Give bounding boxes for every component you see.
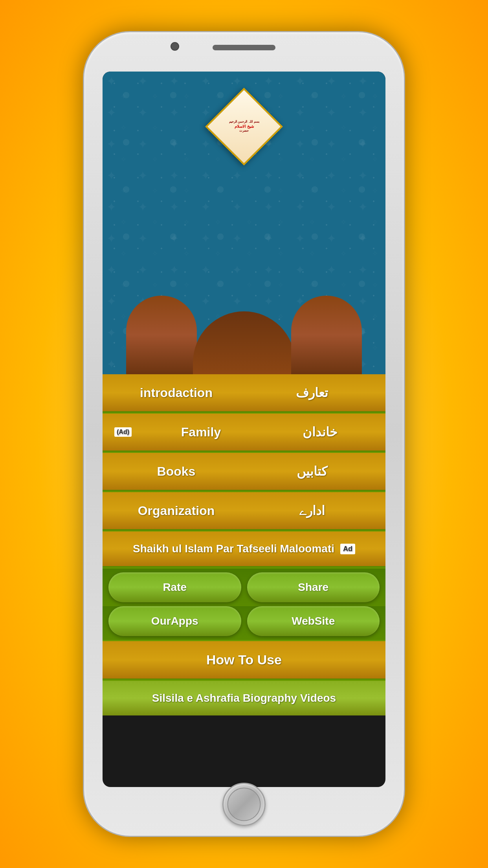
org-urdu: ادارے bbox=[250, 503, 374, 518]
ad-badge-1: (Ad) bbox=[114, 427, 132, 437]
family-urdu: خاندان bbox=[266, 425, 374, 440]
speaker bbox=[213, 45, 275, 50]
organization-button[interactable]: Organization ادارے bbox=[103, 491, 385, 531]
books-button[interactable]: Books کتابیں bbox=[103, 452, 385, 491]
logo-diamond: بسم اللہ الرحمن الرحیم شیخ الاسلام حضرت bbox=[205, 88, 283, 166]
how-to-use-button[interactable]: How To Use bbox=[103, 640, 385, 680]
logo-container: بسم اللہ الرحمن الرحیم شیخ الاسلام حضرت bbox=[213, 95, 275, 158]
books-urdu: کتابیں bbox=[250, 464, 374, 479]
detail-button[interactable]: Shaikh ul Islam Par Tafseeli Maloomati A… bbox=[103, 531, 385, 568]
ourapps-button[interactable]: OurApps bbox=[108, 606, 241, 636]
org-english: Organization bbox=[114, 504, 238, 518]
home-button-inner bbox=[227, 788, 261, 821]
app-background: ✦ ✧ بسم اللہ الرحمن الرحیم bbox=[103, 72, 385, 374]
intro-urdu: تعارف bbox=[250, 385, 374, 400]
ad-badge-2: Ad bbox=[340, 544, 355, 554]
detail-text: Shaikh ul Islam Par Tafseeli Maloomati bbox=[133, 542, 334, 555]
arch-decoration bbox=[118, 296, 370, 374]
intro-english: introdaction bbox=[114, 386, 238, 400]
family-button[interactable]: (Ad) Family خاندان bbox=[103, 413, 385, 452]
family-english: Family bbox=[147, 425, 255, 440]
share-button[interactable]: Share bbox=[247, 572, 380, 602]
screen: ✦ ✧ بسم اللہ الرحمن الرحیم bbox=[103, 72, 385, 787]
books-english: Books bbox=[114, 464, 238, 479]
silsila-button[interactable]: Silsila e Ashrafia Biography Videos bbox=[103, 680, 385, 715]
rate-button[interactable]: Rate bbox=[108, 572, 241, 602]
home-button[interactable] bbox=[222, 783, 266, 826]
menu-section: introdaction تعارف (Ad) Family خاندان Bo… bbox=[103, 374, 385, 715]
introduction-button[interactable]: introdaction تعارف bbox=[103, 374, 385, 413]
website-button[interactable]: WebSite bbox=[247, 606, 380, 636]
pill-row-2: OurApps WebSite bbox=[103, 606, 385, 640]
phone-body: ✦ ✧ بسم اللہ الرحمن الرحیم bbox=[83, 31, 405, 837]
front-camera bbox=[171, 42, 179, 51]
pill-row-1: Rate Share bbox=[103, 568, 385, 606]
